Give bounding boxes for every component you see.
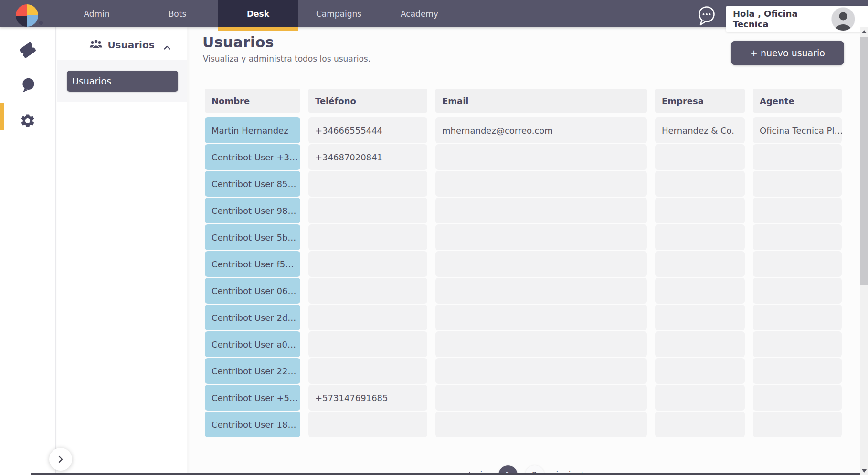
- users-table: Nombre Teléfono Email Empresa Agente Mar…: [205, 89, 842, 437]
- cell-empresa: [655, 251, 745, 277]
- column-header-telefono: Teléfono: [308, 89, 427, 113]
- column-header-empresa: Empresa: [655, 89, 745, 113]
- cell-agente: [753, 278, 842, 304]
- cell-nombre[interactable]: Centribot User +5…: [205, 385, 300, 411]
- cell-empresa: [655, 412, 745, 437]
- cell-email: [435, 171, 647, 197]
- user-avatar[interactable]: [831, 7, 855, 31]
- horizontal-scrollbar-thumb[interactable]: [31, 473, 860, 475]
- cell-agente: [753, 358, 842, 384]
- column-header-nombre: Nombre: [205, 89, 300, 113]
- cell-telefono: [308, 198, 427, 223]
- cell-empresa: [655, 224, 745, 250]
- cell-telefono: +34687020841: [308, 144, 427, 170]
- tab-admin[interactable]: Admin: [56, 0, 137, 27]
- sidebar-menu: Usuarios: [57, 60, 187, 102]
- cell-email: [435, 224, 647, 250]
- top-navbar: Admin Bots Desk Campaigns Academy Hola ,…: [0, 0, 868, 27]
- settings-gear-icon[interactable]: [20, 113, 36, 129]
- tab-bots[interactable]: Bots: [137, 0, 218, 27]
- cell-agente: [753, 412, 842, 437]
- cell-empresa: [655, 385, 745, 411]
- cell-agente: [753, 331, 842, 357]
- cell-email: [435, 358, 647, 384]
- cell-nombre[interactable]: Centribot User 5b…: [205, 224, 300, 250]
- new-user-button[interactable]: + nuevo usuario: [731, 41, 844, 65]
- scroll-down-arrow-icon[interactable]: [860, 466, 868, 475]
- cell-agente: [753, 385, 842, 411]
- tab-academy[interactable]: Academy: [379, 0, 460, 27]
- cell-telefono: [308, 331, 427, 357]
- page-subtitle: Visualiza y administra todos los usuario…: [203, 54, 370, 63]
- column-header-agente: Agente: [753, 89, 842, 113]
- table-body: Martin Hernandez+34666555444mhernandez@c…: [205, 117, 842, 437]
- cell-empresa: [655, 358, 745, 384]
- cell-nombre[interactable]: Centribot User 98…: [205, 198, 300, 223]
- cell-nombre[interactable]: Centribot User f5…: [205, 251, 300, 277]
- column-header-email: Email: [435, 89, 647, 113]
- cell-empresa: [655, 305, 745, 330]
- cell-telefono: [308, 305, 427, 330]
- module-rail: [0, 27, 56, 475]
- cell-telefono: [308, 224, 427, 250]
- collapse-chevron-up-icon[interactable]: [164, 42, 170, 52]
- cell-telefono: +573147691685: [308, 385, 427, 411]
- tickets-icon[interactable]: [20, 42, 36, 58]
- vertical-scrollbar-thumb[interactable]: [860, 37, 868, 285]
- centribot-logo-icon[interactable]: [16, 4, 38, 27]
- cell-email: [435, 251, 647, 277]
- table-header-row: Nombre Teléfono Email Empresa Agente: [205, 89, 842, 113]
- cell-telefono: [308, 171, 427, 197]
- cell-email: [435, 278, 647, 304]
- sidebar-item-usuarios[interactable]: Usuarios: [67, 71, 178, 92]
- cell-email: [435, 385, 647, 411]
- cell-nombre[interactable]: Centribot User 06…: [205, 278, 300, 304]
- tab-campaigns[interactable]: Campaigns: [298, 0, 379, 27]
- cell-agente: [753, 198, 842, 223]
- cell-email: [435, 331, 647, 357]
- cell-nombre[interactable]: Centribot User 2d…: [205, 305, 300, 330]
- cell-nombre[interactable]: Centribot User +3…: [205, 144, 300, 170]
- main-nav-tabs: Admin Bots Desk Campaigns Academy: [56, 0, 460, 27]
- cell-nombre[interactable]: Centribot User 22…: [205, 358, 300, 384]
- app-screen: Admin Bots Desk Campaigns Academy Hola ,…: [0, 0, 868, 475]
- settings-sidebar: Usuarios Usuarios: [57, 27, 187, 475]
- cell-telefono: [308, 278, 427, 304]
- cell-agente: Oficina Tecnica Pl…: [753, 117, 842, 143]
- cell-nombre[interactable]: Centribot User 85…: [205, 171, 300, 197]
- cell-agente: [753, 144, 842, 170]
- cell-telefono: [308, 251, 427, 277]
- main-content: Usuarios Visualiza y administra todos lo…: [188, 27, 860, 475]
- cell-empresa: [655, 144, 745, 170]
- sidebar-section-header[interactable]: Usuarios: [57, 27, 187, 60]
- cell-email: [435, 198, 647, 223]
- user-menu[interactable]: Hola , Oficina Tecnica: [726, 6, 868, 32]
- tab-desk[interactable]: Desk: [218, 0, 298, 27]
- sidebar-section-title: Usuarios: [107, 39, 154, 51]
- chat-bubble-dots-icon[interactable]: [696, 5, 717, 27]
- cell-empresa: [655, 171, 745, 197]
- cell-nombre[interactable]: Martin Hernandez: [205, 117, 300, 143]
- cell-email: [435, 412, 647, 437]
- cell-empresa: [655, 331, 745, 357]
- scroll-up-arrow-icon[interactable]: [860, 27, 868, 36]
- cell-telefono: +34666555444: [308, 117, 427, 143]
- cell-empresa: [655, 278, 745, 304]
- cell-email: [435, 144, 647, 170]
- cell-empresa: Hernandez & Co.: [655, 117, 745, 143]
- cell-email: [435, 305, 647, 330]
- vertical-scrollbar[interactable]: [860, 27, 868, 475]
- cell-email: mhernandez@correo.com: [435, 117, 647, 143]
- sidebar-expand-button[interactable]: [49, 448, 72, 471]
- users-group-icon: [89, 37, 103, 53]
- cell-agente: [753, 171, 842, 197]
- cell-agente: [753, 305, 842, 330]
- cell-telefono: [308, 412, 427, 437]
- logo-dot-icon: [39, 21, 43, 25]
- page-title: Usuarios: [202, 34, 274, 51]
- conversations-icon[interactable]: [20, 77, 36, 93]
- cell-nombre[interactable]: Centribot User 18…: [205, 412, 300, 437]
- cell-agente: [753, 224, 842, 250]
- cell-nombre[interactable]: Centribot User a0…: [205, 331, 300, 357]
- active-module-indicator: [0, 103, 4, 130]
